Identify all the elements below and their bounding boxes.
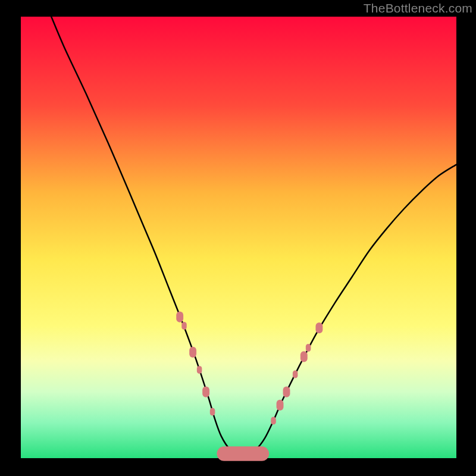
- svg-rect-0: [176, 311, 183, 322]
- highlight-dot: [202, 387, 209, 397]
- highlight-dot: [197, 366, 202, 374]
- highlight-dot: [306, 344, 311, 352]
- svg-rect-12: [315, 322, 322, 333]
- gradient-background: [21, 17, 456, 458]
- highlight-dot: [293, 371, 298, 378]
- svg-rect-2: [189, 347, 196, 358]
- highlight-dot: [181, 322, 187, 330]
- highlight-dot: [210, 408, 215, 416]
- highlight-dot: [176, 311, 183, 322]
- watermark-text: TheBottleneck.com: [364, 1, 472, 15]
- highlight-dot: [283, 387, 290, 397]
- svg-rect-4: [202, 387, 209, 397]
- svg-rect-1: [181, 322, 187, 330]
- highlight-dot: [189, 347, 196, 358]
- svg-rect-6: [271, 416, 276, 424]
- chart-svg: [0, 0, 476, 476]
- svg-rect-7: [277, 400, 284, 411]
- svg-rect-8: [283, 387, 290, 397]
- highlight-dot: [315, 322, 322, 333]
- highlight-dot: [300, 351, 308, 362]
- highlight-dot: [271, 416, 276, 424]
- svg-rect-11: [306, 344, 311, 352]
- svg-rect-3: [197, 366, 202, 374]
- highlight-dot: [277, 400, 284, 411]
- svg-rect-9: [293, 371, 298, 378]
- svg-rect-5: [210, 408, 215, 416]
- chart-frame: TheBottleneck.com: [0, 0, 476, 476]
- svg-rect-10: [300, 351, 308, 362]
- bottom-pill: [217, 446, 269, 461]
